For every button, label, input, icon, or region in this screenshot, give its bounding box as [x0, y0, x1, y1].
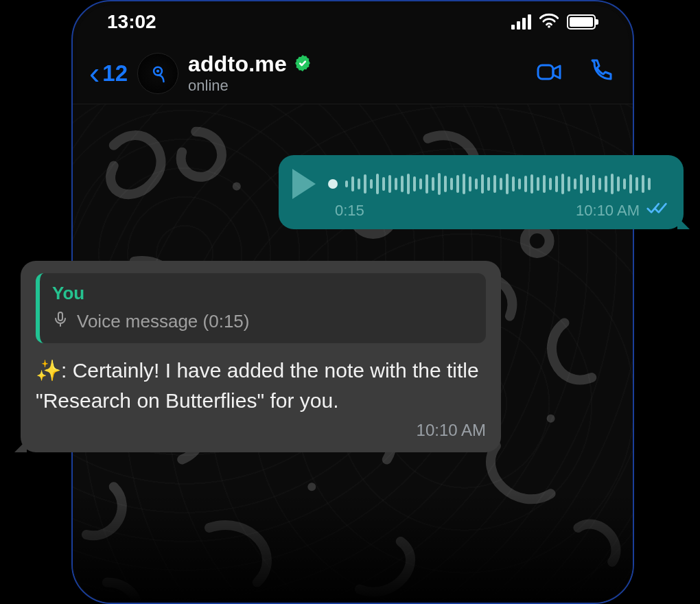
outgoing-voice-message[interactable]: 0:15 10:10 AM [279, 155, 684, 229]
quote-sender: You [52, 283, 474, 304]
svg-rect-3 [538, 65, 553, 79]
svg-point-10 [547, 415, 555, 423]
svg-rect-11 [58, 312, 62, 321]
reply-timestamp: 10:10 AM [36, 421, 486, 440]
contact-status: online [188, 77, 312, 95]
wifi-icon [539, 11, 559, 33]
read-receipt-icon [646, 202, 668, 220]
video-call-button[interactable] [534, 57, 564, 90]
incoming-reply-message[interactable]: You Voice message (0:15) ✨: Certainly! I… [21, 261, 501, 452]
avatar[interactable] [137, 53, 178, 94]
back-count: 12 [102, 60, 128, 86]
back-button[interactable]: ‹ 12 [89, 60, 128, 86]
voice-duration: 0:15 [335, 202, 364, 220]
voice-timestamp: 10:10 AM [576, 202, 640, 220]
contact-name: addto.me [188, 51, 287, 77]
cellular-signal-icon [511, 14, 531, 30]
contact-info[interactable]: addto.me online [188, 51, 312, 95]
chat-header: ‹ 12 addto.me online [73, 43, 633, 104]
reply-text: ✨: Certainly! I have added the note with… [36, 356, 486, 417]
voice-call-button[interactable] [586, 57, 616, 90]
microphone-icon [52, 311, 69, 332]
battery-icon [567, 14, 596, 30]
playhead-dot-icon[interactable] [328, 179, 338, 189]
svg-point-0 [548, 25, 550, 28]
waveform[interactable] [328, 169, 668, 199]
play-button-icon[interactable] [292, 169, 316, 199]
svg-point-6 [525, 229, 550, 253]
svg-point-9 [307, 483, 316, 491]
status-bar: 13:02 [73, 1, 633, 43]
svg-point-2 [156, 69, 159, 72]
chevron-left-icon: ‹ [89, 65, 100, 81]
svg-point-7 [233, 182, 241, 190]
quoted-message[interactable]: You Voice message (0:15) [36, 273, 486, 343]
verified-badge-icon [294, 54, 312, 75]
clock: 13:02 [107, 11, 156, 33]
quote-label: Voice message (0:15) [77, 311, 249, 332]
